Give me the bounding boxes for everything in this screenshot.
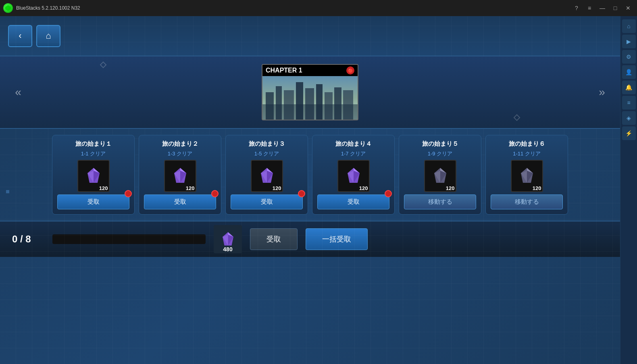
gem-count-1: 120 [99,185,108,191]
progress-bar-container [52,234,206,244]
reward-card-5: 旅の始まり５ 1-9 クリア 120 移動する [399,135,481,215]
receive-btn-3[interactable]: 受取 [231,194,303,209]
chapter-section: « CHAPTER 1 🔴 [0,56,620,129]
reward-gem-container-2: 120 [164,160,196,192]
chapter-prev-button[interactable]: « [8,82,28,102]
right-sidebar: ⌂ ▶ ⚙ 👤 🔔 ≡ ◈ ⚡ [620,16,637,364]
sidebar-icon-user[interactable]: 👤 [622,65,636,79]
gem-icon-5 [430,166,450,186]
gem-icon-6 [517,166,537,186]
close-button[interactable]: ✕ [622,2,634,14]
deco-diamond-2 [514,114,520,121]
gem-icon-2 [170,166,190,186]
deco-diamond-1 [100,62,107,68]
sidebar-icon-home[interactable]: ⌂ [622,19,636,33]
reward-gem-container-5: 120 [424,160,456,192]
reward-title-5: 旅の始まり５ [422,140,458,148]
chevron-right-icon: » [599,86,605,99]
reward-card-6: 旅の始まり６ 1-11 クリア 120 移動する [485,135,568,215]
sidebar-icon-power[interactable]: ⚡ [622,126,636,140]
reward-title-3: 旅の始まり３ [249,140,285,148]
sidebar-icon-gamepad[interactable]: ◈ [622,111,636,125]
titlebar: BlueStacks 5.2.120.1002 N32 ? ≡ — □ ✕ [0,0,637,16]
sidebar-icon-settings[interactable]: ⚙ [622,50,636,64]
titlebar-title: BlueStacks 5.2.120.1002 N32 [16,5,80,11]
gem-icon-1 [83,166,104,186]
reward-subtitle-3: 1-5 クリア [254,150,279,157]
home-icon: ⌂ [46,31,51,41]
gem-count-5: 120 [446,185,455,191]
sidebar-icon-notification[interactable]: 🔔 [622,81,636,94]
chapter-card-image [262,76,358,120]
reward-subtitle-6: 1-11 クリア [513,150,541,157]
bottom-receive-button[interactable]: 受取 [250,228,298,250]
back-icon: ‹ [19,31,21,41]
reward-card-3: 旅の始まり３ 1-5 クリア 120 受取 [225,135,308,215]
red-dot-3 [298,190,305,197]
reward-card-1: 旅の始まり１ 1-1 クリア 120 受取 [52,135,135,215]
home-button[interactable]: ⌂ [36,25,60,47]
titlebar-left: BlueStacks 5.2.120.1002 N32 [3,3,80,13]
chevron-left-icon: « [15,86,21,99]
rewards-grid: 旅の始まり１ 1-1 クリア 120 受取 [8,135,612,215]
reward-title-2: 旅の始まり２ [162,140,198,148]
chapter-next-button[interactable]: » [592,82,612,102]
chapter-card-header: CHAPTER 1 🔴 [262,65,358,76]
receive-btn-4[interactable]: 受取 [317,194,389,209]
gem-icon-3 [257,166,277,186]
titlebar-right: ? ≡ — □ ✕ [571,2,634,14]
maximize-button[interactable]: □ [610,2,621,14]
reward-gem-container-6: 120 [511,160,543,192]
gem-count-6: 120 [533,185,541,191]
top-toolbar: ‹ ⌂ [0,16,620,56]
bottom-gem-icon [219,230,237,248]
rewards-section: 旅の始まり１ 1-1 クリア 120 受取 [0,129,620,221]
bottom-gem-container: 480 [214,225,242,253]
reward-gem-container-3: 120 [251,160,283,192]
goto-btn-5[interactable]: 移動する [404,194,476,209]
bottom-gem-count: 480 [223,246,232,252]
reward-gem-container-1: 120 [77,160,110,192]
red-dot-4 [385,190,392,197]
chapter-lock-icon: 🔴 [346,66,354,74]
svg-marker-0 [5,5,11,11]
gem-count-2: 120 [186,185,195,191]
reward-subtitle-1: 1-1 クリア [81,150,106,157]
deco-square [6,190,9,193]
sidebar-icon-list[interactable]: ≡ [622,96,636,110]
sidebar-icon-play[interactable]: ▶ [622,35,636,48]
bottom-receive-all-button[interactable]: 一括受取 [306,228,368,250]
main-content: ‹ ⌂ « CHAPTER 1 🔴 [0,16,620,364]
reward-subtitle-2: 1-3 クリア [168,150,192,157]
back-button[interactable]: ‹ [8,25,32,47]
goto-btn-6[interactable]: 移動する [491,194,563,209]
reward-title-6: 旅の始まり６ [509,140,545,148]
red-dot-1 [125,190,132,197]
gem-count-3: 120 [273,185,281,191]
gem-icon-4 [343,166,364,186]
reward-subtitle-5: 1-9 クリア [428,150,452,157]
chapter-card[interactable]: CHAPTER 1 🔴 [262,64,358,120]
bluestacks-logo [3,3,13,13]
gem-count-4: 120 [359,185,368,191]
help-button[interactable]: ? [571,2,582,14]
svg-rect-11 [262,104,358,120]
chapter-card-title: CHAPTER 1 [266,67,302,74]
reward-card-2: 旅の始まり２ 1-3 クリア 120 受取 [139,135,221,215]
reward-subtitle-4: 1-7 クリア [341,150,366,157]
progress-text: 0 / 8 [12,234,44,245]
reward-title-4: 旅の始まり４ [335,140,372,148]
reward-card-4: 旅の始まり４ 1-7 クリア 120 受取 [312,135,395,215]
receive-btn-1[interactable]: 受取 [57,194,129,209]
reward-gem-container-4: 120 [337,160,370,192]
reward-title-1: 旅の始まり１ [75,140,112,148]
menu-button[interactable]: ≡ [584,2,595,14]
minimize-button[interactable]: — [597,2,608,14]
red-dot-2 [211,190,219,197]
receive-btn-2[interactable]: 受取 [144,194,216,209]
bottom-bar: 0 / 8 480 受取 一括受取 [0,221,620,257]
